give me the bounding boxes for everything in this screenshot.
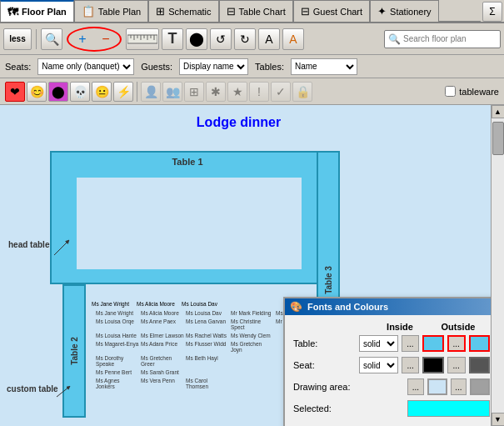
fonts-colours-panel: 🎨 Fonts and Colours Inside Outside Table…	[283, 297, 491, 426]
fc-table-inside-dots[interactable]: ...	[402, 335, 420, 352]
undo-button[interactable]: ↺	[210, 28, 232, 50]
fc-drawing-outside-color[interactable]	[470, 378, 490, 395]
tableware-checkbox[interactable]	[445, 86, 456, 97]
fc-seat-fill-select[interactable]: solid	[359, 357, 398, 373]
svg-rect-0	[127, 35, 157, 43]
tables-label: Tables:	[255, 62, 284, 72]
less-button[interactable]: less	[3, 28, 32, 50]
vertical-scrollbar: ▲ ▼	[491, 105, 504, 426]
icon-disabled-1: 👤	[141, 82, 161, 102]
table-chart-icon: ⊟	[227, 5, 236, 18]
fc-inside-header: Inside	[375, 322, 425, 332]
floor-plan-icon: 🗺	[7, 6, 18, 18]
fc-table-row: Table: solid ... ...	[293, 335, 490, 352]
fc-title-icon: 🎨	[290, 301, 302, 313]
search-icon: 🔍	[388, 33, 401, 45]
fc-drawing-inside-dots[interactable]: ...	[407, 378, 424, 395]
tab-schematic[interactable]: ⊞ Schematic	[148, 0, 218, 22]
scroll-up-button[interactable]: ▲	[492, 105, 505, 118]
tab-table-chart[interactable]: ⊟ Table Chart	[219, 0, 293, 22]
stationery-icon: ✦	[377, 5, 387, 18]
tab-guest-chart[interactable]: ⊟ Guest Chart	[293, 0, 370, 22]
fc-table-fill-select[interactable]: solid	[359, 335, 398, 352]
fc-seat-outside-color[interactable]	[469, 357, 490, 373]
table1-wrapper: Table 1	[50, 151, 325, 284]
fc-seat-row: Seat: solid ... ...	[293, 357, 490, 373]
tab-bar: 🗺 Floor Plan 📋 Table Plan ⊞ Schematic ⊟ …	[0, 0, 504, 23]
zoom-in-out-group: + −	[65, 27, 123, 52]
svg-line-9	[54, 241, 68, 255]
search-input[interactable]	[403, 34, 497, 43]
icon-disabled-3: ⊞	[184, 82, 204, 102]
skull-button[interactable]: 💀	[70, 82, 90, 102]
tab-stationery[interactable]: ✦ Stationery	[370, 0, 439, 22]
search-box: 🔍	[384, 30, 501, 48]
fc-drawing-outside-dots[interactable]: ...	[451, 378, 467, 395]
seats-select[interactable]: Name only (banquet)	[37, 58, 134, 75]
guests-select[interactable]: Display name	[179, 58, 248, 75]
font-button[interactable]: A	[258, 28, 280, 50]
table1-bg: Table 1	[50, 151, 325, 284]
zoom-in-button[interactable]: +	[72, 28, 93, 50]
separator-2	[137, 82, 137, 102]
fc-seat-label: Seat:	[293, 360, 356, 370]
fc-selected-color[interactable]	[407, 400, 490, 417]
scroll-thumb[interactable]	[492, 122, 504, 155]
seat-1-1: Ms Jane Wright	[92, 301, 135, 307]
zoom-out-button[interactable]: −	[95, 28, 117, 50]
text-button[interactable]: T	[162, 28, 183, 50]
canvas[interactable]: Lodge dinner Table 1 Table 2 Table 3 Ms …	[0, 105, 491, 426]
icon-disabled-8: 🔒	[292, 82, 312, 102]
table3-label: Table 3	[324, 266, 333, 294]
fc-selected-row: Selected:	[293, 400, 490, 417]
canvas-title: Lodge dinner	[0, 115, 477, 130]
fc-seat-inside-color[interactable]	[422, 357, 443, 373]
face2-button[interactable]: 😐	[92, 82, 112, 102]
color-button[interactable]: A	[282, 28, 304, 50]
scroll-down-button[interactable]: ▼	[492, 413, 505, 426]
fc-title-bar: 🎨 Fonts and Colours	[285, 298, 491, 315]
zoom-oval: + −	[67, 27, 122, 52]
circle-button[interactable]: ⬤	[186, 28, 207, 50]
toolbar: less 🔍 + − T ⬤ ↺ ↻ A A 🔍	[0, 23, 504, 55]
fc-drawing-area-label: Drawing area:	[293, 382, 356, 392]
purple-circle-button[interactable]: ⬤	[48, 82, 68, 102]
fc-seat-outside-dots[interactable]: ...	[447, 357, 466, 373]
seat-data-area: Ms Jane Wright Ms Alicia Moore Ms Louisa…	[92, 301, 225, 307]
fc-table-outside-dots[interactable]: ...	[447, 335, 466, 352]
svg-line-11	[57, 387, 69, 397]
fc-selected-label: Selected:	[293, 403, 356, 413]
tab-table-plan[interactable]: 📋 Table Plan	[74, 0, 148, 22]
redo-button[interactable]: ↻	[234, 28, 256, 50]
fc-drawing-inside-color[interactable]	[427, 378, 447, 395]
seat-1-2: Ms Alicia Moore	[137, 301, 180, 307]
tab-floor-plan[interactable]: 🗺 Floor Plan	[0, 0, 74, 22]
heart-button[interactable]: ❤	[5, 82, 25, 102]
fc-table-label: Table:	[293, 338, 356, 348]
schematic-icon: ⊞	[156, 5, 165, 18]
fc-seat-inside-dots[interactable]: ...	[402, 357, 420, 373]
table-plan-icon: 📋	[82, 5, 95, 18]
fc-table-outside-color[interactable]	[469, 335, 490, 352]
icon-disabled-2: 👥	[162, 82, 182, 102]
smiley-button[interactable]: 😊	[27, 82, 47, 102]
tableware-label: tableware	[459, 87, 499, 97]
ruler-button[interactable]	[126, 28, 159, 50]
fc-body: Inside Outside Table: solid ... ... Se	[285, 315, 491, 426]
sigma-button[interactable]: Σ	[482, 2, 502, 22]
tables-select[interactable]: Name	[291, 58, 357, 75]
seats-label: Seats:	[5, 62, 31, 72]
table2-label: Table 2	[70, 337, 79, 365]
fc-table-inside-color[interactable]	[422, 335, 443, 352]
guest-chart-icon: ⊟	[301, 5, 310, 18]
lightning-button[interactable]: ⚡	[113, 82, 133, 102]
scroll-track[interactable]	[492, 118, 504, 413]
icon-disabled-6: !	[249, 82, 269, 102]
custom-table-arrow	[7, 380, 73, 413]
icon-bar: ❤ 😊 ⬤ 💀 😐 ⚡ 👤 👥 ⊞ ✱ ★ ! ✓ 🔒 tableware	[0, 78, 504, 105]
ruler-icon	[127, 32, 157, 47]
main-area: Lodge dinner Table 1 Table 2 Table 3 Ms …	[0, 105, 504, 426]
zoom-fit-button[interactable]: 🔍	[41, 28, 62, 50]
icon-disabled-7: ✓	[271, 82, 291, 102]
icon-disabled-5: ★	[227, 82, 247, 102]
